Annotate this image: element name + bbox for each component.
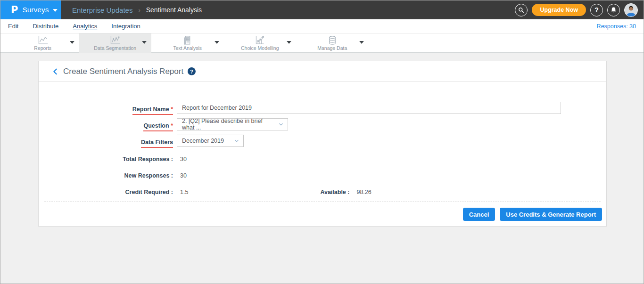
notifications-button[interactable]: [607, 4, 620, 16]
chevron-down-icon: [215, 41, 219, 44]
title-help-button[interactable]: ?: [188, 67, 196, 75]
scatter-line-chart-icon: [109, 36, 121, 45]
create-report-card: Create Sentiment Analysis Report ? Repor…: [38, 61, 607, 227]
required-asterisk: *: [171, 122, 173, 129]
toolbar-tab-manage-data[interactable]: Manage Data: [296, 33, 369, 53]
nav-item-distribute[interactable]: Distribute: [33, 23, 58, 30]
toolbar-tab-reports[interactable]: Reports: [7, 33, 79, 53]
credit-required-value: 1.5: [180, 189, 188, 195]
database-icon: [328, 36, 337, 45]
question-label: Question *: [143, 122, 173, 131]
topbar-actions: Upgrade Now ?: [515, 0, 638, 19]
new-responses-row: New Responses : 30: [39, 171, 606, 180]
user-avatar[interactable]: [624, 3, 638, 17]
chevron-down-icon: [287, 41, 291, 44]
available-label: Available :: [320, 189, 349, 195]
chevron-down-icon: [70, 41, 74, 44]
total-responses-value: 30: [180, 156, 187, 162]
total-responses-row: Total Responses : 30: [39, 154, 606, 163]
chevron-down-icon: [234, 138, 239, 144]
top-bar: P Surveys Enterprise Updates › Sentiment…: [0, 0, 644, 19]
question-mark-icon: ?: [190, 69, 193, 74]
toolbar-tab-data-segmentation[interactable]: Data Segmentation: [79, 33, 152, 53]
back-button[interactable]: [52, 68, 59, 75]
breadcrumb-current-page: Sentiment Analysis: [146, 6, 202, 14]
search-button[interactable]: [515, 4, 528, 16]
toolbar-tab-text-analysis[interactable]: Text Analysis: [151, 33, 224, 53]
upgrade-now-button[interactable]: Upgrade Now: [532, 4, 586, 16]
toolbar-tab-label: Manage Data: [317, 45, 347, 51]
available-credits-group: Available : 98.26: [320, 189, 371, 195]
line-chart-icon: [37, 36, 49, 45]
bell-icon: [610, 7, 617, 14]
chevron-down-icon: [53, 9, 58, 12]
question-select-value: 2. [Q2] Please describe in brief what ..…: [182, 118, 273, 131]
toolbar-tab-label: Data Segmentation: [94, 45, 136, 51]
nav-item-edit[interactable]: Edit: [8, 23, 18, 30]
toolbar-tab-label: Choice Modelling: [241, 45, 279, 51]
chevron-down-icon: [359, 41, 364, 44]
survey-nav: Edit Distribute Analytics Integration Re…: [0, 19, 644, 33]
report-name-row: Report Name *: [39, 102, 606, 115]
available-value: 98.26: [356, 189, 371, 195]
breadcrumb-survey-name[interactable]: Enterprise Updates: [72, 6, 132, 14]
breadcrumb: Enterprise Updates › Sentiment Analysis: [72, 6, 202, 14]
report-name-label: Report Name *: [132, 106, 173, 115]
dot-plot-icon: [254, 36, 265, 45]
card-footer: Cancel Use Credits & Generate Report: [39, 202, 606, 226]
data-filters-select[interactable]: December 2019: [177, 135, 244, 147]
help-button[interactable]: ?: [590, 4, 603, 16]
data-filters-label: Data Filters: [141, 139, 173, 148]
data-filters-row: Data Filters December 2019: [39, 135, 606, 148]
search-icon: [518, 7, 525, 14]
card-header: Create Sentiment Analysis Report ?: [39, 61, 606, 82]
question-row: Question * 2. [Q2] Please describe in br…: [39, 118, 606, 131]
generate-report-button[interactable]: Use Credits & Generate Report: [500, 208, 602, 221]
report-name-input[interactable]: [177, 102, 561, 114]
chevron-down-icon: [278, 122, 284, 127]
required-asterisk: *: [171, 106, 173, 113]
credit-required-label: Credit Required :: [39, 189, 173, 195]
page-title: Create Sentiment Analysis Report: [63, 67, 183, 76]
new-responses-value: 30: [180, 172, 187, 179]
nav-item-integration[interactable]: Integration: [111, 23, 140, 30]
new-responses-label: New Responses :: [39, 172, 173, 179]
breadcrumb-separator-icon: ›: [138, 7, 140, 14]
responses-count[interactable]: Responses: 30: [597, 23, 636, 30]
credit-required-row: Credit Required : 1.5 Available : 98.26: [39, 187, 606, 196]
cancel-button[interactable]: Cancel: [463, 208, 495, 221]
question-select[interactable]: 2. [Q2] Please describe in brief what ..…: [177, 118, 288, 130]
analytics-toolbar: Reports Data Segmentation Text Analysis …: [0, 33, 644, 53]
data-filters-select-value: December 2019: [182, 138, 229, 144]
app-window: P Surveys Enterprise Updates › Sentiment…: [0, 0, 644, 284]
avatar-photo: [625, 4, 637, 16]
question-mark-icon: ?: [594, 6, 599, 14]
product-name: Surveys: [22, 6, 49, 14]
questionpro-logo-icon: P: [11, 5, 18, 15]
total-responses-label: Total Responses :: [39, 156, 173, 162]
chevron-down-icon: [142, 41, 147, 44]
toolbar-tab-label: Text Analysis: [173, 45, 202, 51]
toolbar-tab-label: Reports: [34, 45, 51, 51]
toolbar-tab-choice-modelling[interactable]: Choice Modelling: [224, 33, 297, 53]
surveys-product-menu[interactable]: P Surveys: [0, 0, 61, 19]
report-form: Report Name * Question * 2. [Q2] Please …: [39, 82, 606, 226]
document-grid-icon: [183, 36, 192, 45]
nav-item-analytics[interactable]: Analytics: [73, 23, 97, 30]
